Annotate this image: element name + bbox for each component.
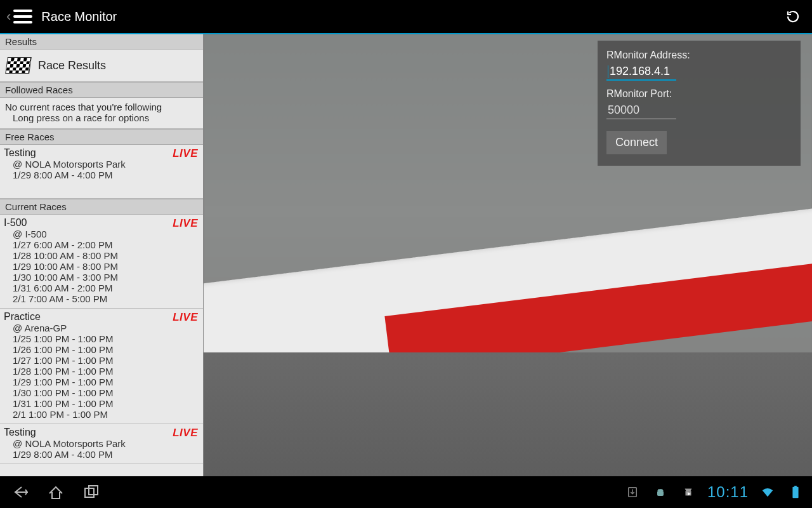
race-title: Practice [4, 311, 199, 323]
race-title: I-500 [4, 217, 199, 229]
main-area: Results Race Results Followed Races No c… [0, 34, 812, 476]
checkered-flag-icon [5, 57, 32, 74]
section-header-free: Free Races [0, 129, 203, 145]
race-schedule-line: 1/30 10:00 AM - 3:00 PM [4, 272, 199, 283]
race-schedule-line: 1/25 1:00 PM - 1:00 PM [4, 333, 199, 344]
port-label: RMonitor Port: [606, 88, 792, 100]
race-item[interactable]: TestingLIVE@ NOLA Motorsports Park1/29 8… [0, 145, 203, 199]
section-header-current: Current Races [0, 199, 203, 215]
race-schedule-line: 1/29 8:00 AM - 4:00 PM [4, 170, 199, 180]
race-schedule-line: 1/28 1:00 PM - 1:00 PM [4, 366, 199, 377]
race-item[interactable]: PracticeLIVE@ Arena-GP1/25 1:00 PM - 1:0… [0, 309, 203, 424]
race-schedule-line: 1/28 10:00 AM - 8:00 PM [4, 250, 199, 261]
wifi-icon [759, 483, 776, 501]
race-item[interactable]: I-500LIVE@ I-5001/27 6:00 AM - 2:00 PM1/… [0, 215, 203, 309]
race-schedule-line: 1/29 1:00 PM - 1:00 PM [4, 377, 199, 387]
recents-nav-icon[interactable] [82, 483, 100, 501]
play-store-icon[interactable] [679, 483, 697, 501]
race-schedule-line: 1/26 1:00 PM - 1:00 PM [4, 344, 199, 355]
race-schedule-line: 2/1 1:00 PM - 1:00 PM [4, 409, 199, 420]
system-nav-bar: 10:11 [0, 476, 812, 508]
address-input[interactable]: 192.168.4.1 [606, 62, 676, 81]
connect-panel: RMonitor Address: 192.168.4.1 RMonitor P… [598, 41, 801, 166]
race-item[interactable]: TestingLIVE@ NOLA Motorsports Park1/29 8… [0, 424, 203, 464]
section-header-results: Results [0, 34, 203, 50]
home-nav-icon[interactable] [47, 483, 65, 501]
back-caret-icon[interactable]: ‹ [6, 8, 11, 25]
race-schedule-line: 1/27 1:00 PM - 1:00 PM [4, 355, 199, 366]
race-schedule-line: 1/29 10:00 AM - 8:00 PM [4, 261, 199, 272]
followed-hint: Long press on a race for options [5, 112, 198, 123]
status-clock: 10:11 [707, 483, 749, 501]
background-asphalt [204, 352, 812, 476]
race-venue: @ NOLA Motorsports Park [4, 159, 199, 170]
download-icon[interactable] [624, 483, 641, 501]
race-schedule-line: 1/31 1:00 PM - 1:00 PM [4, 398, 199, 409]
race-results-row[interactable]: Race Results [0, 50, 203, 82]
back-nav-icon[interactable] [11, 483, 29, 501]
live-badge: LIVE [173, 217, 198, 230]
app-title: Race Monitor [41, 10, 117, 24]
live-badge: LIVE [173, 147, 198, 160]
connect-button[interactable]: Connect [606, 131, 667, 154]
race-schedule-line: 1/30 1:00 PM - 1:00 PM [4, 387, 199, 398]
followed-empty-line: No current races that you're following [5, 102, 198, 112]
race-schedule-line: 1/29 8:00 AM - 4:00 PM [4, 449, 199, 460]
android-icon[interactable] [652, 483, 669, 501]
race-venue: @ NOLA Motorsports Park [4, 438, 199, 449]
live-badge: LIVE [173, 311, 198, 324]
battery-icon [787, 483, 804, 501]
race-results-label: Race Results [38, 59, 106, 72]
race-venue: @ Arena-GP [4, 323, 199, 333]
section-header-followed: Followed Races [0, 82, 203, 98]
race-title: Testing [4, 427, 199, 438]
address-label: RMonitor Address: [606, 50, 792, 61]
port-input[interactable]: 50000 [606, 101, 676, 119]
action-bar: ‹ Race Monitor [0, 0, 812, 34]
svg-rect-9 [794, 486, 797, 488]
race-schedule-line: 1/27 6:00 AM - 2:00 PM [4, 239, 199, 250]
svg-rect-8 [792, 487, 798, 498]
followed-empty-message: No current races that you're following L… [0, 98, 203, 129]
content-pane: RMonitor Address: 192.168.4.1 RMonitor P… [204, 34, 812, 476]
race-schedule-line: 2/1 7:00 AM - 5:00 PM [4, 293, 199, 304]
sidebar[interactable]: Results Race Results Followed Races No c… [0, 34, 204, 476]
live-badge: LIVE [173, 427, 198, 439]
hamburger-menu-icon[interactable] [13, 7, 32, 26]
race-schedule-line: 1/31 6:00 AM - 2:00 PM [4, 283, 199, 293]
race-title: Testing [4, 147, 199, 159]
race-venue: @ I-500 [4, 229, 199, 239]
svg-rect-3 [657, 491, 664, 496]
refresh-button[interactable] [785, 9, 801, 24]
